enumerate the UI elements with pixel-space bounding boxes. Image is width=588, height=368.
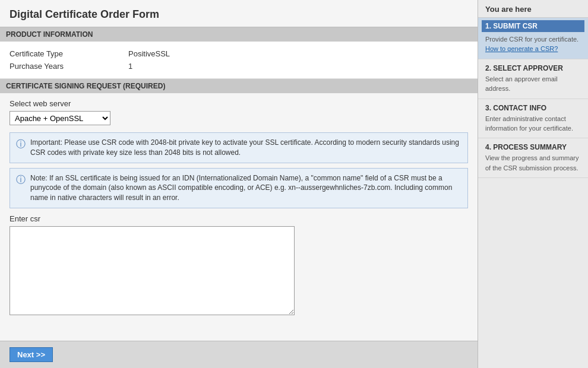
- csr-section-header: CERTIFICATE SIGNING REQUEST (REQUIRED): [0, 79, 478, 93]
- server-select-label: Select web server: [10, 99, 468, 108]
- sidebar-step-4-desc: View the progress and summary of the CSR…: [485, 154, 579, 171]
- notice-text-1: Important: Please use CSR code with 2048…: [30, 138, 461, 158]
- purchase-years-value: 1: [128, 62, 132, 71]
- notice-box-2: ⓘ Note: If an SSL certificate is being i…: [10, 168, 468, 208]
- form-section: PRODUCT INFORMATION Certificate Type Pos…: [0, 27, 478, 341]
- footer-bar: Next >>: [0, 341, 478, 368]
- server-select[interactable]: Apache + OpenSSL Apache-SSL IIS Nginx Ot…: [10, 111, 110, 125]
- sidebar-step-2-desc: Select an approver email address.: [485, 75, 558, 92]
- notice-text-2: Note: If an SSL certificate is being iss…: [30, 173, 461, 203]
- sidebar-step-1-desc: Provide CSR for your certificate. How to…: [485, 36, 578, 52]
- sidebar-step-1[interactable]: 1. SUBMIT CSR Provide CSR for your certi…: [478, 18, 588, 59]
- main-content: Digital Certificate Order Form PRODUCT I…: [0, 0, 478, 368]
- notice-box-1: ⓘ Important: Please use CSR code with 20…: [10, 132, 468, 163]
- sidebar-step-1-desc-text: Provide CSR for your certificate.: [485, 36, 578, 43]
- product-info-header: PRODUCT INFORMATION: [0, 27, 478, 42]
- sidebar-step-3-title: 3. CONTACT INFO: [485, 104, 581, 112]
- sidebar-step-2[interactable]: 2. SELECT APPROVER Select an approver em…: [478, 59, 588, 99]
- info-icon-1: ⓘ: [16, 138, 26, 151]
- csr-section-body: Select web server Apache + OpenSSL Apach…: [0, 93, 478, 315]
- product-info-body: Certificate Type PositiveSSL Purchase Ye…: [0, 42, 478, 79]
- page-title: Digital Certificate Order Form: [0, 0, 478, 27]
- purchase-years-row: Purchase Years 1: [10, 60, 468, 72]
- certificate-type-value: PositiveSSL: [128, 49, 170, 58]
- sidebar: You are here 1. SUBMIT CSR Provide CSR f…: [478, 0, 588, 368]
- sidebar-step-1-title: 1. SUBMIT CSR: [482, 20, 584, 32]
- csr-input-label: Enter csr: [10, 214, 468, 223]
- sidebar-step-4-title: 4. PROCESS SUMMARY: [485, 143, 581, 151]
- certificate-type-row: Certificate Type PositiveSSL: [10, 47, 468, 60]
- sidebar-step-4[interactable]: 4. PROCESS SUMMARY View the progress and…: [478, 138, 588, 178]
- csr-textarea[interactable]: [10, 226, 295, 315]
- sidebar-step-3-desc: Enter administrative contact information…: [485, 115, 573, 132]
- purchase-years-label: Purchase Years: [10, 62, 128, 71]
- certificate-type-label: Certificate Type: [10, 49, 128, 58]
- product-info-section: PRODUCT INFORMATION Certificate Type Pos…: [0, 27, 478, 79]
- next-button[interactable]: Next >>: [10, 347, 53, 362]
- server-select-wrapper: Apache + OpenSSL Apache-SSL IIS Nginx Ot…: [10, 111, 468, 125]
- generate-csr-link[interactable]: How to generate a CSR?: [485, 45, 558, 52]
- sidebar-step-2-title: 2. SELECT APPROVER: [485, 64, 581, 72]
- csr-section: CERTIFICATE SIGNING REQUEST (REQUIRED) S…: [0, 79, 478, 315]
- sidebar-header: You are here: [478, 0, 588, 18]
- info-icon-2: ⓘ: [16, 173, 26, 186]
- sidebar-step-3[interactable]: 3. CONTACT INFO Enter administrative con…: [478, 99, 588, 139]
